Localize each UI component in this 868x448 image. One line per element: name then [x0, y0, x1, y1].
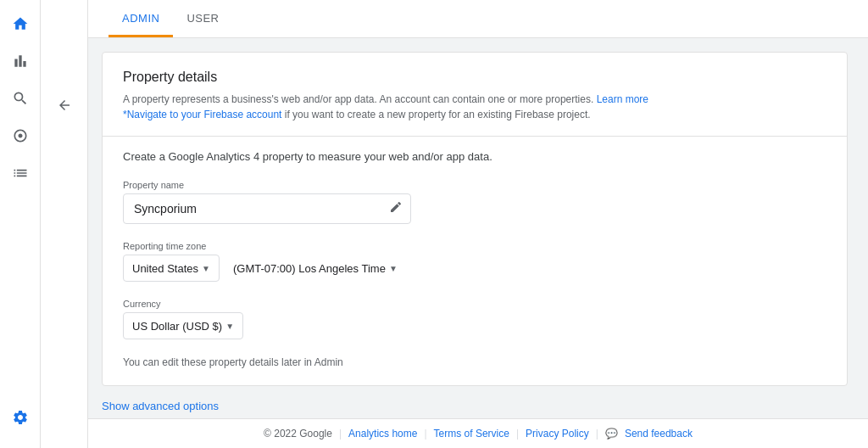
timezone-arrow-icon: ▼ [389, 264, 398, 273]
nav-collapse [41, 0, 88, 448]
section-intro: Create a Google Analytics 4 property to … [123, 150, 826, 163]
property-name-input-wrapper [123, 193, 411, 224]
property-details-card: Property details A property represents a… [102, 52, 848, 386]
card-description: A property represents a business's web a… [123, 92, 826, 122]
footer-sep-1: | [339, 428, 342, 440]
bar-chart-icon[interactable] [3, 44, 37, 78]
property-name-input[interactable] [123, 193, 411, 224]
currency-field: Currency US Dollar (USD $) ▼ [123, 299, 826, 339]
tab-admin[interactable]: ADMIN [108, 0, 173, 37]
main: ADMIN USER Property details A property r… [88, 0, 868, 448]
timezone-field: Reporting time zone United States ▼ (GMT… [123, 241, 826, 282]
show-advanced-link[interactable]: Show advanced options [102, 400, 219, 412]
feedback-icon: 💬 [605, 428, 618, 440]
footer-sep-3: | [516, 428, 519, 440]
sidebar [0, 0, 41, 448]
tab-user[interactable]: USER [173, 0, 232, 37]
analytics-home-link[interactable]: Analytics home [348, 428, 417, 440]
sidebar-bottom [3, 400, 37, 441]
currency-arrow-icon: ▼ [225, 322, 234, 331]
property-name-label: Property name [123, 180, 826, 190]
description-text: A property represents a business's web a… [123, 93, 593, 105]
settings-icon[interactable] [3, 400, 37, 434]
country-arrow-icon: ▼ [202, 264, 210, 273]
antenna-icon[interactable] [3, 119, 37, 153]
firebase-desc: if you want to create a new property for… [285, 109, 591, 120]
currency-select[interactable]: US Dollar (USD $) ▼ [123, 312, 243, 339]
timezone-select[interactable]: (GMT-07:00) Los Angeles Time ▼ [230, 257, 401, 280]
footer-sep-2: | [424, 428, 426, 440]
copyright-text: © 2022 Google [264, 428, 332, 440]
learn-more-link[interactable]: Learn more [597, 93, 648, 105]
footer: © 2022 Google | Analytics home | Terms o… [88, 418, 868, 448]
edit-icon [389, 200, 403, 217]
currency-label: Currency [123, 299, 826, 309]
timezone-value: (GMT-07:00) Los Angeles Time [233, 262, 386, 275]
privacy-link[interactable]: Privacy Policy [526, 428, 589, 440]
content-area: Property details A property represents a… [88, 38, 868, 418]
country-value: United States [132, 262, 198, 275]
firebase-link[interactable]: *Navigate to your Firebase account [123, 109, 281, 120]
currency-value: US Dollar (USD $) [132, 320, 222, 333]
edit-note: You can edit these property details late… [123, 356, 826, 368]
tabs-bar: ADMIN USER [88, 0, 868, 38]
card-divider [103, 136, 847, 137]
list-icon[interactable] [3, 156, 37, 190]
feedback-link[interactable]: Send feedback [625, 428, 693, 440]
card-title: Property details [123, 70, 826, 85]
country-select[interactable]: United States ▼ [123, 255, 220, 282]
home-icon[interactable] [3, 7, 37, 41]
terms-link[interactable]: Terms of Service [434, 428, 509, 440]
back-button[interactable] [51, 92, 78, 119]
timezone-label: Reporting time zone [123, 241, 826, 251]
timezone-row: United States ▼ (GMT-07:00) Los Angeles … [123, 255, 826, 282]
search-icon[interactable] [3, 81, 37, 115]
footer-sep-4: | [596, 428, 598, 440]
property-name-field: Property name [123, 180, 826, 224]
